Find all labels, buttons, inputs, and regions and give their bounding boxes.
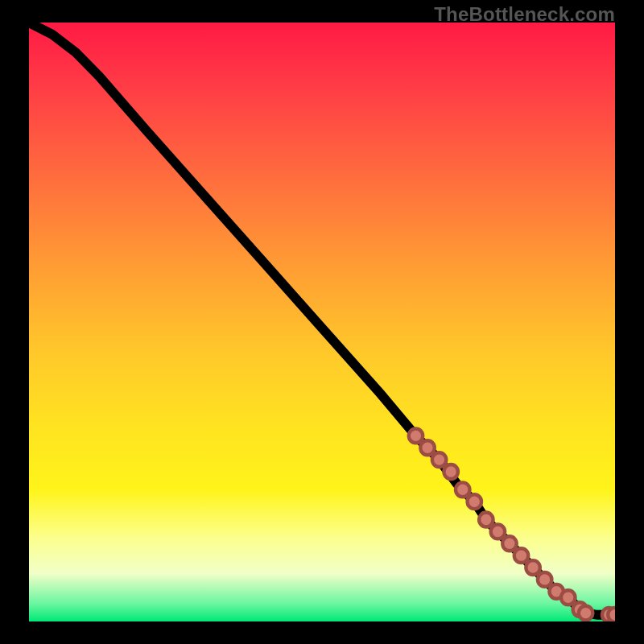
data-marker	[468, 494, 481, 509]
data-marker	[526, 560, 539, 575]
data-marker	[561, 590, 575, 605]
curve-path	[29, 23, 615, 615]
data-marker	[409, 428, 423, 443]
markers-group	[409, 428, 615, 621]
plot-area	[29, 23, 615, 621]
data-marker	[538, 572, 551, 587]
data-marker	[514, 548, 528, 563]
data-marker	[502, 536, 516, 551]
data-marker	[491, 524, 505, 539]
chart-svg	[29, 23, 615, 621]
data-marker	[456, 482, 469, 497]
data-marker	[579, 606, 592, 621]
chart-frame: TheBottleneck.com	[0, 0, 644, 644]
data-marker	[432, 452, 446, 467]
watermark-text: TheBottleneck.com	[434, 3, 615, 26]
data-marker	[444, 464, 457, 479]
data-marker	[479, 513, 493, 527]
data-marker	[420, 440, 434, 455]
data-marker	[608, 608, 615, 621]
